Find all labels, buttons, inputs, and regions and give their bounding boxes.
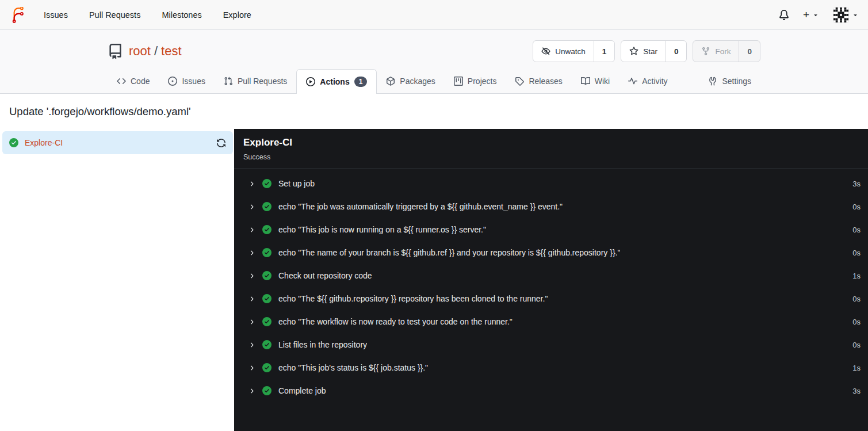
navbar-right: + [779,7,859,23]
tab-wiki[interactable]: Wiki [572,69,619,93]
nav-item-issues[interactable]: Issues [44,10,68,20]
check-circle-icon [262,202,272,211]
step-row[interactable]: echo "This job is now running on a ${{ r… [234,218,868,241]
unwatch-button[interactable]: Unwatch [533,41,594,62]
tab-projects[interactable]: Projects [445,69,506,93]
check-circle-icon [9,138,18,147]
notifications-button[interactable] [779,10,789,20]
tab-label: Settings [722,77,751,86]
repo-owner-link[interactable]: root [129,44,151,58]
actions-count-badge: 1 [354,77,368,87]
check-circle-icon [262,294,272,303]
step-row[interactable]: echo "The workflow is now ready to test … [234,310,868,333]
main-nav: Issues Pull Requests Milestones Explore [44,10,251,20]
refresh-icon[interactable] [216,138,226,148]
top-navbar: Issues Pull Requests Milestones Explore … [0,0,868,30]
stars-count[interactable]: 0 [666,41,687,62]
step-row[interactable]: Check out repository code 1s [234,264,868,287]
tab-label: Wiki [595,77,610,86]
tab-pull-requests[interactable]: Pull Requests [215,69,296,93]
tab-releases[interactable]: Releases [506,69,571,93]
chevron-right-icon[interactable] [248,203,255,211]
repo-breadcrumb: root/test [129,44,182,59]
watchers-count[interactable]: 1 [594,41,615,62]
nav-item-milestones[interactable]: Milestones [162,10,201,20]
nav-item-pull-requests[interactable]: Pull Requests [89,10,140,20]
chevron-right-icon[interactable] [248,226,255,234]
star-icon [629,47,638,56]
nav-item-explore[interactable]: Explore [223,10,251,20]
step-duration: 3s [852,387,861,395]
chevron-right-icon[interactable] [248,318,255,326]
tab-label: Issues [182,77,205,86]
check-circle-icon [262,248,272,257]
tab-code[interactable]: Code [108,69,159,93]
actions-run-view: Update '.forgejo/workflows/demo.yaml' Ex… [0,94,868,431]
fork-icon [701,47,710,56]
step-row[interactable]: Complete job 3s [234,379,868,402]
run-title: Update '.forgejo/workflows/demo.yaml' [0,94,868,118]
chevron-right-icon[interactable] [248,387,255,395]
project-icon [454,77,463,86]
tab-label: Projects [468,77,497,86]
bell-icon [779,10,789,20]
create-new-button[interactable]: + [803,9,819,20]
check-circle-icon [262,363,272,372]
wiki-icon [581,77,590,86]
step-row[interactable]: echo "The job was automatically triggere… [234,195,868,218]
tab-label: Activity [642,77,667,86]
repo-book-icon [108,44,123,59]
unwatch-label: Unwatch [555,47,586,56]
step-duration: 0s [852,226,861,234]
avatar-identicon [833,7,849,23]
fork-button: Fork [693,41,739,62]
chevron-right-icon[interactable] [248,180,255,188]
chevron-right-icon[interactable] [248,295,255,303]
step-duration: 0s [852,295,861,303]
step-name: echo "The name of your branch is ${{ git… [278,248,620,257]
tab-issues[interactable]: Issues [159,69,214,93]
forgejo-logo[interactable] [9,6,26,24]
star-button[interactable]: Star [621,41,666,62]
check-circle-icon [262,317,272,326]
chevron-right-icon[interactable] [248,272,255,280]
job-label: Explore-CI [25,138,63,147]
step-name: Check out repository code [278,271,372,280]
step-row[interactable]: echo "The name of your branch is ${{ git… [234,241,868,264]
check-circle-icon [262,225,272,234]
tab-settings[interactable]: Settings [699,69,760,93]
step-row[interactable]: List files in the repository 0s [234,333,868,356]
job-log-panel: Explore-CI Success Set up job 3s echo "T… [234,129,868,431]
repo-separator: / [154,44,158,58]
step-name: Complete job [278,386,326,395]
plus-icon: + [803,9,809,20]
repo-action-buttons: Unwatch 1 Star 0 [533,40,760,62]
step-name: echo "This job is now running on a ${{ r… [278,225,486,234]
jobs-sidebar: Explore-CI [0,129,234,431]
job-panel-header: Explore-CI Success [234,129,868,169]
caret-down-icon [812,12,819,18]
step-row[interactable]: echo "This job's status is ${{ job.statu… [234,356,868,379]
step-row[interactable]: echo "The ${{ github.repository }} repos… [234,287,868,310]
forks-count[interactable]: 0 [739,41,760,62]
repo-name-link[interactable]: test [161,44,181,58]
chevron-right-icon[interactable] [248,341,255,349]
step-duration: 3s [852,180,861,188]
job-item-explore-ci[interactable]: Explore-CI [2,131,233,154]
chevron-right-icon[interactable] [248,249,255,257]
tab-actions[interactable]: Actions 1 [296,69,377,94]
step-row[interactable]: Set up job 3s [234,172,868,195]
tab-packages[interactable]: Packages [377,69,444,93]
job-status-text: Success [243,153,859,161]
repo-tabbar: Code Issues Pull Requests Actions 1 Pack… [108,69,760,93]
check-circle-icon [262,179,272,188]
step-name: echo "This job's status is ${{ job.statu… [278,363,428,372]
pulse-icon [628,77,637,86]
chevron-right-icon[interactable] [248,364,255,372]
fork-label: Fork [715,47,731,56]
tab-activity[interactable]: Activity [619,69,676,93]
repo-header: root/test Unwatch 1 [0,30,868,94]
tab-label: Actions [320,77,349,86]
check-circle-icon [262,340,272,349]
user-menu-button[interactable] [833,7,859,23]
